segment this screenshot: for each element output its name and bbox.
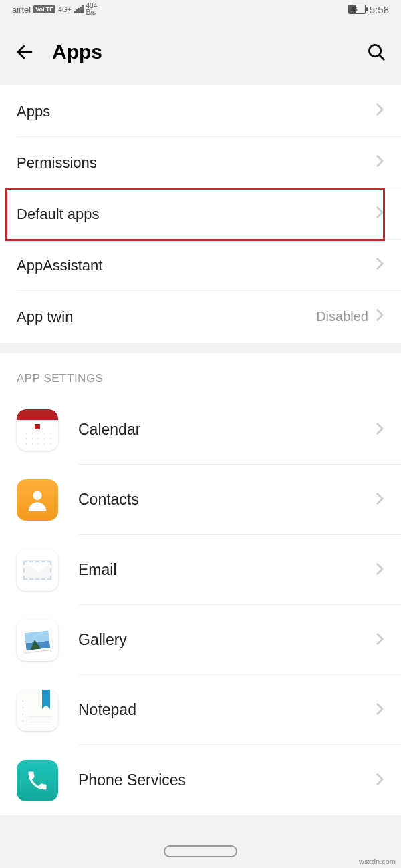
app-row-notepad[interactable]: Notepad [0, 675, 401, 745]
app-row-gallery[interactable]: Gallery [0, 605, 401, 675]
app-row-calendar[interactable]: Calendar [0, 395, 401, 465]
list-item-apps[interactable]: Apps [0, 85, 401, 137]
back-button[interactable] [13, 41, 36, 63]
list-item-permissions[interactable]: Permissions [0, 137, 401, 188]
notepad-icon [17, 690, 58, 731]
chevron-right-icon [375, 154, 384, 172]
email-icon [17, 550, 58, 591]
main-settings-list: Apps Permissions Default apps AppAssista… [0, 85, 401, 343]
status-bar: airtel VoLTE 4G+ 404B/s 46 5:58 [0, 0, 401, 19]
svg-point-3 [33, 491, 41, 499]
contacts-icon [17, 479, 58, 521]
app-label: Contacts [78, 491, 375, 509]
search-button[interactable] [365, 41, 388, 63]
status-left: airtel VoLTE 4G+ 404B/s [12, 3, 97, 16]
app-settings-section: APP SETTINGS Calendar Contacts Email [0, 353, 401, 815]
list-item-default-apps[interactable]: Default apps [0, 188, 401, 240]
list-item-app-twin[interactable]: App twin Disabled [0, 291, 401, 343]
watermark: wsxdn.com [359, 857, 396, 865]
page-title: Apps [52, 41, 349, 63]
app-row-email[interactable]: Email [0, 535, 401, 605]
list-item-label: App twin [17, 308, 316, 326]
chevron-right-icon [375, 491, 384, 509]
chevron-right-icon [375, 562, 384, 579]
search-icon [366, 42, 386, 62]
app-label: Email [78, 561, 375, 579]
clock: 5:58 [370, 4, 389, 15]
app-label: Gallery [78, 631, 375, 649]
signal-icon [74, 5, 84, 13]
app-row-phone-services[interactable]: Phone Services [0, 745, 401, 815]
chevron-right-icon [375, 205, 384, 224]
chevron-right-icon [375, 632, 384, 649]
chevron-right-icon [375, 256, 384, 275]
chevron-right-icon [375, 772, 384, 789]
gallery-icon [17, 620, 58, 661]
speed-indicator: 404B/s [86, 3, 98, 16]
home-indicator[interactable] [164, 845, 237, 857]
status-right: 46 5:58 [348, 4, 389, 15]
section-header: APP SETTINGS [0, 353, 401, 395]
app-label: Notepad [78, 701, 375, 719]
svg-line-2 [379, 55, 384, 59]
app-label: Calendar [78, 421, 375, 439]
list-item-label: AppAssistant [17, 257, 375, 274]
list-item-value: Disabled [316, 309, 368, 324]
app-label: Phone Services [78, 771, 375, 789]
chevron-right-icon [375, 308, 384, 327]
volte-badge: VoLTE [33, 5, 55, 13]
carrier-label: airtel [12, 5, 31, 15]
list-item-appassistant[interactable]: AppAssistant [0, 240, 401, 291]
network-label: 4G+ [58, 6, 71, 13]
app-row-contacts[interactable]: Contacts [0, 465, 401, 535]
phone-icon [17, 760, 58, 801]
calendar-icon [17, 409, 58, 451]
back-arrow-icon [15, 42, 35, 62]
page-header: Apps [0, 19, 401, 85]
chevron-right-icon [375, 102, 384, 121]
chevron-right-icon [375, 421, 384, 439]
list-item-label: Apps [17, 103, 375, 120]
chevron-right-icon [375, 702, 384, 719]
battery-icon: 46 [348, 5, 366, 14]
list-item-label: Default apps [17, 206, 375, 223]
list-item-label: Permissions [17, 154, 375, 172]
